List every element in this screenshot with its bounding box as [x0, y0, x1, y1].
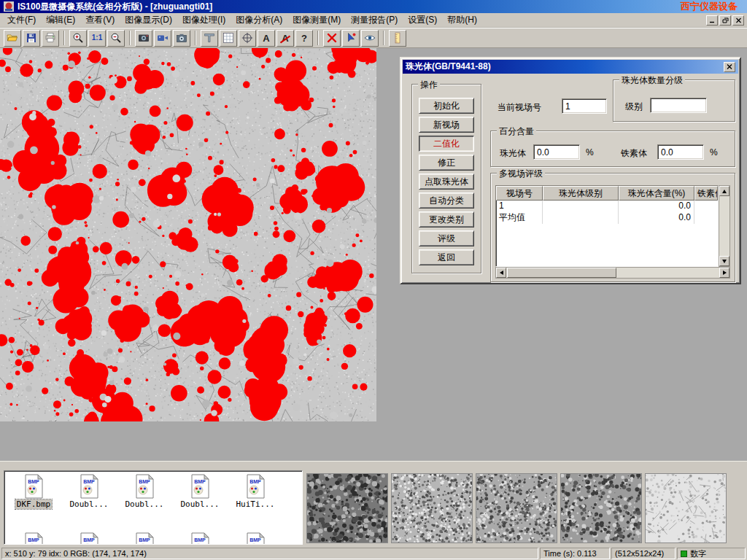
photo-camera-icon: [176, 32, 187, 44]
auto-classify-button[interactable]: 自动分类: [419, 192, 474, 209]
pointer-button[interactable]: [342, 30, 360, 47]
grade-input[interactable]: [650, 98, 707, 113]
text-annotation-button[interactable]: A: [258, 30, 275, 47]
close-icon: [727, 64, 732, 69]
file-browser-panel: BMP DKF.bmp BMP Doubl... BMP Doubl... BM…: [0, 461, 747, 547]
mdi-minimize-button[interactable]: [706, 15, 718, 26]
menu-edit[interactable]: 编辑(E): [41, 12, 80, 28]
operation-group: 操作 初始化 新视场 二值化 修正 点取珠光体 自动分类 更改类别 评级 返回: [411, 84, 481, 273]
col-field-number[interactable]: 视场号: [496, 186, 543, 201]
file-label[interactable]: Doubl...: [124, 499, 166, 509]
file-label[interactable]: HuiTi...: [235, 499, 276, 509]
actual-size-button[interactable]: 1:1: [88, 30, 106, 47]
current-field-input[interactable]: [562, 98, 607, 114]
col-pearlite-grade[interactable]: 珠光体级别: [543, 186, 619, 201]
menu-file[interactable]: 文件(F): [2, 12, 41, 28]
multifield-group: 多视场评级 视场号 珠光体级别 珠光体含量(%) 铁素体 1 0.0: [490, 173, 735, 282]
crosshair-button[interactable]: [239, 30, 256, 47]
table-horizontal-scrollbar[interactable]: [495, 267, 730, 279]
scroll-up-button[interactable]: [719, 186, 729, 196]
file-label[interactable]: DKF.bmp: [15, 499, 52, 509]
delete-button[interactable]: [323, 30, 341, 47]
change-class-button[interactable]: 更改类别: [419, 211, 474, 228]
col-pearlite-percent[interactable]: 珠光体含量(%): [619, 186, 694, 201]
thumbnail-5[interactable]: [645, 473, 727, 543]
caliper-measure-button[interactable]: [201, 30, 218, 47]
menu-view[interactable]: 查看(V): [80, 12, 120, 28]
thumbnail-3[interactable]: [476, 473, 557, 543]
cell-ferrite: [694, 212, 718, 224]
file-item-double1[interactable]: BMP Doubl...: [63, 474, 115, 509]
menu-image-measure[interactable]: 图像测量(M): [287, 12, 346, 28]
menu-image-analysis[interactable]: 图像分析(A): [231, 12, 287, 28]
pick-pearlite-button[interactable]: 点取珠光体: [419, 174, 474, 190]
file-item-huiti[interactable]: BMP HuiTi...: [229, 474, 282, 509]
help-button[interactable]: ?: [295, 30, 313, 47]
file-item-double3[interactable]: BMP Doubl...: [174, 474, 226, 509]
file-list[interactable]: BMP DKF.bmp BMP Doubl... BMP Doubl... BM…: [4, 470, 303, 545]
ferrite-percent-input[interactable]: [657, 144, 704, 160]
preview-button[interactable]: [361, 30, 379, 47]
capture-button[interactable]: [135, 30, 152, 47]
dialog-title-bar[interactable]: 珠光体(GB/T9441-88): [403, 60, 738, 74]
file-item-row2[interactable]: BMP: [63, 532, 115, 545]
thumbnail-1[interactable]: [306, 473, 388, 543]
menu-measure-report[interactable]: 测量报告(P): [346, 12, 403, 28]
ruler-button[interactable]: [389, 30, 406, 47]
new-field-button[interactable]: 新视场: [419, 117, 474, 133]
file-label[interactable]: Doubl...: [69, 499, 110, 509]
remove-annotation-button[interactable]: A: [276, 30, 294, 47]
mdi-close-button[interactable]: [732, 15, 744, 26]
thumbnail-2[interactable]: [391, 473, 473, 543]
file-item-row2[interactable]: BMP: [118, 532, 171, 545]
bmp-file-icon: BMP: [22, 532, 45, 545]
print-button[interactable]: [42, 30, 59, 47]
title-bar[interactable]: IS100显微摄像系统(金相分析版) - [zhuguangti01] 西宁仪器…: [0, 0, 747, 13]
table-vertical-scrollbar[interactable]: [719, 185, 730, 267]
correct-button[interactable]: 修正: [419, 155, 474, 171]
file-item-double2[interactable]: BMP Doubl...: [118, 474, 171, 509]
grid-measure-button[interactable]: [220, 30, 237, 47]
crosshair-icon: [241, 32, 253, 44]
pearlite-percent-input[interactable]: [533, 144, 580, 160]
menu-help[interactable]: 帮助(H): [442, 12, 482, 28]
col-ferrite[interactable]: 铁素体: [694, 186, 718, 201]
init-button[interactable]: 初始化: [419, 98, 474, 114]
return-button[interactable]: 返回: [419, 249, 474, 265]
rate-button[interactable]: 评级: [419, 230, 474, 246]
scroll-down-button[interactable]: [719, 256, 729, 266]
file-item-row2[interactable]: BMP: [229, 532, 282, 545]
zoom-out-button[interactable]: [107, 30, 125, 47]
menu-settings[interactable]: 设置(S): [403, 12, 442, 28]
restore-icon: [722, 18, 729, 23]
file-label[interactable]: Doubl...: [179, 499, 221, 509]
zoom-in-button[interactable]: [69, 30, 87, 47]
mdi-restore-button[interactable]: [719, 15, 731, 26]
folder-open-icon: [7, 32, 18, 44]
scroll-left-button[interactable]: [496, 268, 506, 278]
table-row[interactable]: 平均值 0.0: [496, 212, 718, 224]
thumbnail-4[interactable]: [560, 473, 642, 543]
bmp-tag: BMP: [77, 479, 101, 484]
status-mode-label: 数字: [690, 548, 706, 559]
binarize-button[interactable]: 二值化: [419, 136, 474, 152]
scroll-right-button[interactable]: [719, 268, 729, 278]
menu-image-process[interactable]: 图像处理(I): [177, 12, 231, 28]
metallographic-image[interactable]: [0, 48, 376, 421]
help-icon: ?: [301, 34, 307, 43]
video-button[interactable]: [154, 30, 171, 47]
file-item-row2[interactable]: BMP: [174, 532, 226, 545]
grid-icon: [222, 32, 234, 44]
menu-image-display[interactable]: 图像显示(D): [120, 12, 177, 28]
dialog-close-button[interactable]: [724, 62, 735, 72]
save-button[interactable]: [23, 30, 40, 47]
scrollbar-thumb[interactable]: [507, 268, 616, 278]
zoom-out-icon: [110, 32, 122, 44]
open-file-button[interactable]: [4, 30, 21, 47]
file-item-row2[interactable]: BMP: [7, 532, 60, 545]
multifield-table[interactable]: 视场号 珠光体级别 珠光体含量(%) 铁素体 1 0.0 平均值: [495, 185, 719, 267]
snapshot-button[interactable]: [173, 30, 190, 47]
status-mode: 数字: [677, 548, 746, 559]
table-row[interactable]: 1 0.0: [496, 201, 718, 212]
file-item-dkf[interactable]: BMP DKF.bmp: [7, 474, 60, 509]
